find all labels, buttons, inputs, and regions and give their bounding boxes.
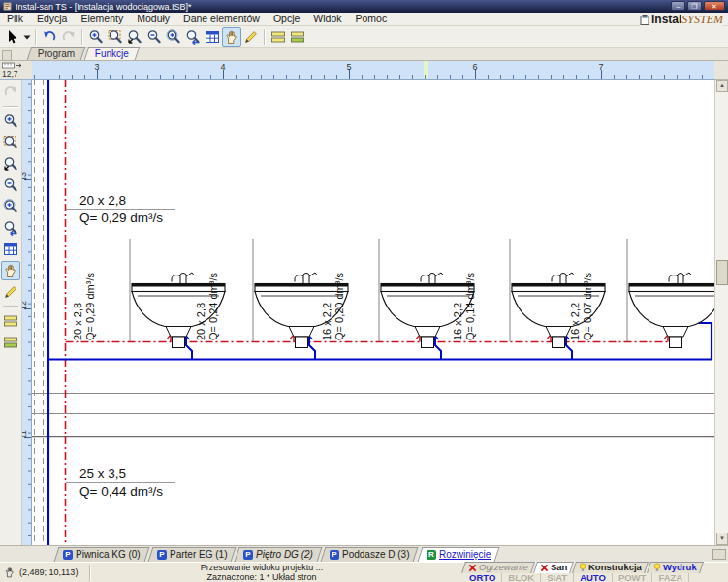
sink-pipe-label[interactable]: 16 x 2,2Q= 0,20 dm³/s bbox=[321, 239, 346, 340]
sheet-layout-side-button[interactable] bbox=[1, 311, 20, 331]
zoom-previous-button[interactable] bbox=[183, 27, 203, 47]
redo-button[interactable] bbox=[59, 27, 79, 47]
mode-toggle-faza[interactable]: FAZA bbox=[652, 573, 689, 582]
zoom-dynamic-button[interactable] bbox=[125, 27, 144, 47]
mode-toggle-orto[interactable]: ORTO bbox=[463, 573, 502, 582]
drawing-canvas[interactable]: 20 x 2,8Q= 0,29 dm³/s20 x 2,8Q= 0,24 dm³… bbox=[32, 80, 714, 545]
view-tab-program[interactable]: Program bbox=[27, 47, 86, 60]
pipe-flow: Q= 0,24 dm³/s bbox=[207, 239, 220, 340]
undo-button[interactable] bbox=[40, 27, 59, 47]
zoom-all-side-button[interactable] bbox=[1, 197, 20, 216]
pan-view-side-button[interactable] bbox=[1, 261, 20, 280]
zoom-window-button[interactable] bbox=[106, 27, 125, 47]
title-bar: Instal-san TS - [Instalacja wodociągowa.… bbox=[0, 0, 728, 13]
zoom-all-button[interactable] bbox=[164, 27, 183, 47]
zoom-window-side-button[interactable] bbox=[1, 133, 20, 152]
menu-opcje[interactable]: Opcje bbox=[267, 13, 306, 25]
pan-view-button[interactable] bbox=[222, 27, 241, 47]
zoom-out-side-button[interactable] bbox=[1, 176, 20, 195]
sheet-layout-button[interactable] bbox=[269, 27, 288, 47]
floor-tab-row: PPiwnica KG (0)PParter EG (1)PPiętro DG … bbox=[0, 545, 728, 562]
main-pipe-label[interactable]: 25 x 3,5Q= 0,44 dm³/s bbox=[79, 466, 163, 500]
select-tool-dropdown-button[interactable] bbox=[21, 27, 32, 47]
floor-tab-label: Piętro DG (2) bbox=[256, 548, 313, 561]
vertical-scrollbar[interactable]: ▲ ▼ bbox=[714, 80, 728, 545]
pipe-flow: Q= 0,29 dm³/s bbox=[84, 239, 97, 340]
dock-grip[interactable] bbox=[2, 50, 12, 61]
pipe-flow: Q= 0,29 dm³/s bbox=[79, 210, 163, 227]
sink-pipe-label[interactable]: 16 x 2,2Q= 0,14 dm³/s bbox=[452, 239, 477, 340]
menu-pomoc[interactable]: Pomoc bbox=[349, 13, 395, 25]
zoom-previous-side-button[interactable] bbox=[1, 218, 20, 238]
menu-plik[interactable]: Plik bbox=[0, 13, 30, 25]
sink-pipe-label[interactable]: 20 x 2,8Q= 0,24 dm³/s bbox=[195, 239, 220, 340]
zoom-all-icon bbox=[166, 29, 181, 45]
view-tab-label: Funkcje bbox=[87, 48, 137, 60]
mode-toggle-powt[interactable]: POWT bbox=[613, 573, 653, 582]
pipe-dimension: 25 x 3,5 bbox=[79, 466, 163, 483]
zoom-previous-icon bbox=[3, 220, 18, 236]
zoom-out-icon bbox=[3, 178, 18, 193]
view-tab-funkcje[interactable]: Funkcje bbox=[84, 47, 141, 60]
zoom-in-button[interactable] bbox=[86, 27, 106, 47]
zoom-window-icon bbox=[108, 29, 123, 45]
menu-elementy[interactable]: Elementy bbox=[74, 13, 130, 25]
menu-edycja[interactable]: Edycja bbox=[30, 13, 75, 25]
pipe-flow: Q= 0,20 dm³/s bbox=[333, 239, 346, 340]
sheets-color-icon bbox=[290, 29, 305, 45]
pointer-icon bbox=[4, 29, 19, 45]
pipe-dimension: 20 x 2,8 bbox=[72, 239, 84, 340]
sink-pipe-label[interactable]: 20 x 2,8Q= 0,29 dm³/s bbox=[72, 239, 97, 340]
menu-widok[interactable]: Widok bbox=[306, 13, 348, 25]
workspace: 131211 20 x 2,8Q= 0,29 dm³/s20 x 2,8Q= 0… bbox=[0, 80, 728, 545]
toolbar-separator bbox=[35, 29, 37, 45]
mode-toggle-siat[interactable]: SIAT bbox=[541, 573, 574, 582]
status-message-cell: Przesuwanie widoku projektu ... Zaznaczo… bbox=[92, 564, 431, 582]
draw-tool-button[interactable] bbox=[241, 27, 261, 47]
toolbar-separator bbox=[81, 29, 83, 45]
pen-icon bbox=[243, 29, 259, 45]
pipe-dimension: 16 x 2,2 bbox=[321, 239, 333, 340]
toolbar-separator bbox=[3, 106, 18, 108]
sheet-layout-color-button[interactable] bbox=[288, 27, 307, 47]
zoom-in-icon bbox=[88, 29, 104, 45]
redo-side-button[interactable] bbox=[1, 82, 20, 102]
toolbar-separator bbox=[264, 29, 266, 45]
zoom-out-button[interactable] bbox=[144, 27, 164, 47]
data-table-side-button[interactable] bbox=[1, 240, 20, 259]
data-table-button[interactable] bbox=[203, 27, 222, 47]
floor-tab-label: Poddasze D (3) bbox=[342, 548, 409, 561]
sheets-icon bbox=[270, 29, 286, 45]
floor-tab-label: Parter EG (1) bbox=[170, 548, 227, 561]
pan-hand-icon bbox=[3, 263, 18, 278]
minimize-button[interactable]: – bbox=[671, 1, 685, 11]
dropdown-icon bbox=[19, 29, 35, 45]
sink-pipe-label[interactable]: 16 x 2,2Q= 0,07 dm³/s bbox=[569, 239, 594, 340]
status-coordinates-cell: (2,489; 10,113) bbox=[4, 566, 78, 578]
draw-tool-side-button[interactable] bbox=[1, 282, 20, 302]
menu-bar: PlikEdycjaElementyModułyDane elementówOp… bbox=[0, 13, 728, 26]
menu-dane-element-w[interactable]: Dane elementów bbox=[176, 13, 267, 25]
scroll-up-button[interactable]: ▲ bbox=[716, 80, 728, 92]
scrollbar-thumb[interactable] bbox=[716, 260, 728, 285]
washbasin-symbol[interactable] bbox=[629, 273, 714, 348]
floor-tab-poddasze-d-3-[interactable]: PPoddasze D (3) bbox=[321, 547, 419, 562]
sheet-layout-color-side-button[interactable] bbox=[1, 333, 20, 352]
zoom-previous-icon bbox=[185, 29, 201, 45]
floor-tab-pi-tro-dg-2-[interactable]: PPiętro DG (2) bbox=[235, 547, 323, 562]
close-button[interactable]: ✕ bbox=[704, 1, 725, 11]
mode-toggle-blok[interactable]: BLOK bbox=[502, 573, 541, 582]
mode-toggle-auto[interactable]: AUTO bbox=[574, 573, 613, 582]
floor-tab-rozwini-cie[interactable]: RRozwinięcie bbox=[417, 547, 499, 562]
status-message-line2: Zaznaczone: 1 * Układ stron bbox=[92, 573, 431, 582]
main-pipe-label[interactable]: 20 x 2,8Q= 0,29 dm³/s bbox=[79, 192, 163, 226]
floor-tab-label: Piwnica KG (0) bbox=[76, 548, 141, 561]
maximize-button[interactable]: ❐ bbox=[687, 1, 702, 11]
menu-modu-y[interactable]: Moduły bbox=[130, 13, 176, 25]
floor-tab-parter-eg-1-[interactable]: PParter EG (1) bbox=[147, 547, 236, 562]
zoom-in-side-button[interactable] bbox=[1, 112, 20, 131]
zoom-dynamic-side-button[interactable] bbox=[1, 154, 20, 174]
scroll-down-button[interactable]: ▼ bbox=[716, 533, 728, 545]
zoom-dynamic-icon bbox=[127, 29, 142, 45]
floor-tab-piwnica-kg-0-[interactable]: PPiwnica KG (0) bbox=[54, 547, 150, 562]
